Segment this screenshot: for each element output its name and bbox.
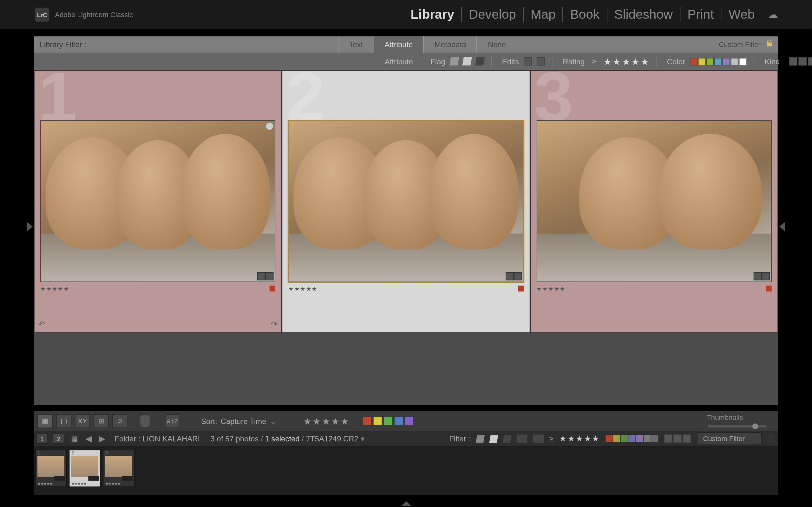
flag-rejected-icon[interactable] xyxy=(475,57,484,66)
star-icon[interactable]: ★ xyxy=(622,56,630,67)
thumbnail-badges[interactable] xyxy=(754,272,770,280)
cell-rating[interactable]: ★★★★★ xyxy=(40,285,69,292)
cell-rating[interactable]: ★★★★★ xyxy=(537,285,565,292)
module-library[interactable]: Library xyxy=(403,7,462,22)
swatch-blue[interactable] xyxy=(714,58,722,65)
filter-tab-none[interactable]: None xyxy=(477,36,516,53)
fs-edits-unedited-icon[interactable] xyxy=(533,435,543,443)
nav-back-icon[interactable]: ◀ xyxy=(84,434,93,443)
filmstrip[interactable]: 1 ★★★★★ 2 ★★★★★ 3 ★★★★★ xyxy=(34,446,778,495)
fs-kind-master-icon[interactable] xyxy=(664,435,672,443)
star-icon[interactable]: ★ xyxy=(612,56,621,67)
swatch-green[interactable] xyxy=(621,435,628,442)
grid-cell[interactable]: 1 ★★★★★ ↶ ↷ xyxy=(34,70,282,333)
star-icon[interactable]: ★ xyxy=(341,415,349,427)
star-icon[interactable]: ★ xyxy=(584,434,592,443)
swatch-red[interactable] xyxy=(690,58,698,65)
kind-video-icon[interactable] xyxy=(808,57,812,66)
sort-value[interactable]: Capture Time xyxy=(221,417,266,426)
grid-cell[interactable]: 3 ★★★★★ xyxy=(530,70,778,333)
module-book[interactable]: Book xyxy=(563,7,607,22)
module-develop[interactable]: Develop xyxy=(462,7,524,22)
swatch-purple[interactable] xyxy=(722,58,730,65)
flag-picked-icon[interactable] xyxy=(449,57,459,66)
fs-filter-switch-icon[interactable] xyxy=(768,435,774,443)
cell-color-label[interactable] xyxy=(766,285,771,291)
painter-tool-icon[interactable] xyxy=(140,415,149,427)
filmstrip-thumb[interactable]: 2 ★★★★★ xyxy=(69,450,101,487)
thumbnail-badges[interactable] xyxy=(258,272,274,280)
custom-filter-dropdown[interactable]: Custom Filter xyxy=(719,40,760,49)
edits-edited-icon[interactable] xyxy=(524,57,532,66)
compare-view-button[interactable]: XY xyxy=(75,414,90,428)
fs-rating-operator[interactable]: ≥ xyxy=(549,434,554,443)
swatch-green[interactable] xyxy=(706,58,714,65)
swatch-purple[interactable] xyxy=(636,435,643,442)
panel-collapse-bottom[interactable] xyxy=(401,501,410,506)
monitor-1-button[interactable]: 1 xyxy=(36,434,48,444)
swatch-yellow[interactable] xyxy=(373,417,382,425)
grid-view[interactable]: 1 ★★★★★ ↶ ↷ 2 ★★★★★ xyxy=(34,70,778,405)
filmstrip-thumb[interactable]: 3 ★★★★★ xyxy=(103,450,135,487)
swatch-red[interactable] xyxy=(606,435,612,442)
loupe-view-button[interactable]: ▢ xyxy=(56,414,71,428)
survey-view-button[interactable]: ⊞ xyxy=(94,414,109,428)
cloud-sync-icon[interactable]: ☁ xyxy=(762,8,778,21)
cell-rating[interactable]: ★★★★★ xyxy=(288,285,317,292)
star-icon[interactable]: ★ xyxy=(576,434,583,443)
cell-color-label[interactable] xyxy=(518,285,523,291)
thumbnail[interactable] xyxy=(288,120,523,282)
module-slideshow[interactable]: Slideshow xyxy=(607,7,680,22)
thumbnail[interactable] xyxy=(40,120,275,282)
swatch-blue[interactable] xyxy=(628,435,635,442)
flag-unflagged-icon[interactable] xyxy=(462,57,472,66)
nav-forward-icon[interactable]: ▶ xyxy=(98,434,107,443)
star-icon[interactable]: ★ xyxy=(631,56,640,67)
star-icon[interactable]: ★ xyxy=(592,434,600,443)
swatch-none[interactable] xyxy=(739,58,747,65)
fs-flag-rejected-icon[interactable] xyxy=(502,435,511,442)
breadcrumb[interactable]: Folder : LION KALAHARI 3 of 57 photos / … xyxy=(114,434,364,443)
star-icon[interactable]: ★ xyxy=(641,56,649,67)
fs-flag-picked-icon[interactable] xyxy=(475,435,484,442)
thumbnail[interactable] xyxy=(537,120,771,282)
module-print[interactable]: Print xyxy=(680,7,721,22)
star-icon[interactable]: ★ xyxy=(559,434,567,443)
module-map[interactable]: Map xyxy=(524,7,563,22)
star-icon[interactable]: ★ xyxy=(331,415,339,427)
fs-custom-filter-dropdown[interactable]: Custom Filter xyxy=(697,432,762,445)
fs-kind-video-icon[interactable] xyxy=(682,435,691,443)
star-icon[interactable]: ★ xyxy=(567,434,575,443)
fs-flag-unflagged-icon[interactable] xyxy=(489,435,498,442)
thumbnail-size-slider[interactable] xyxy=(708,425,766,428)
swatch-dark[interactable] xyxy=(651,435,658,442)
grid-cell[interactable]: 2 ★★★★★ xyxy=(282,70,530,333)
star-icon[interactable]: ★ xyxy=(603,56,612,67)
kind-virtual-icon[interactable] xyxy=(799,57,807,66)
filter-tab-attribute[interactable]: Attribute xyxy=(373,36,423,53)
toolbar-rating[interactable]: ★★★★★ xyxy=(303,415,349,427)
filter-lock-icon[interactable] xyxy=(765,39,774,48)
swatch-purple[interactable] xyxy=(405,417,413,425)
module-web[interactable]: Web xyxy=(722,7,762,22)
rotate-right-icon[interactable]: ↷ xyxy=(271,320,278,329)
filter-tab-text[interactable]: Text xyxy=(338,36,373,53)
filter-tab-metadata[interactable]: Metadata xyxy=(423,36,477,53)
fs-kind-virtual-icon[interactable] xyxy=(673,435,681,443)
swatch-yellow[interactable] xyxy=(613,435,620,442)
swatch-green[interactable] xyxy=(384,417,392,425)
right-panel-toggle[interactable] xyxy=(779,222,785,231)
monitor-2-button[interactable]: 2 xyxy=(53,434,64,444)
swatch-blue[interactable] xyxy=(394,417,403,425)
star-icon[interactable]: ★ xyxy=(322,415,330,427)
star-icon[interactable]: ★ xyxy=(312,415,321,427)
rotate-left-icon[interactable]: ↶ xyxy=(38,320,45,329)
swatch-gray[interactable] xyxy=(644,435,651,442)
filmstrip-thumb[interactable]: 1 ★★★★★ xyxy=(35,450,67,487)
people-view-button[interactable]: ☺ xyxy=(112,414,128,428)
rating-stars[interactable]: ★ ★ ★ ★ ★ xyxy=(603,56,649,67)
fs-rating-stars[interactable]: ★★★★★ xyxy=(559,434,600,443)
swatch-yellow[interactable] xyxy=(698,58,706,65)
swatch-gray[interactable] xyxy=(731,58,739,65)
thumbnail-badges[interactable] xyxy=(506,272,522,280)
